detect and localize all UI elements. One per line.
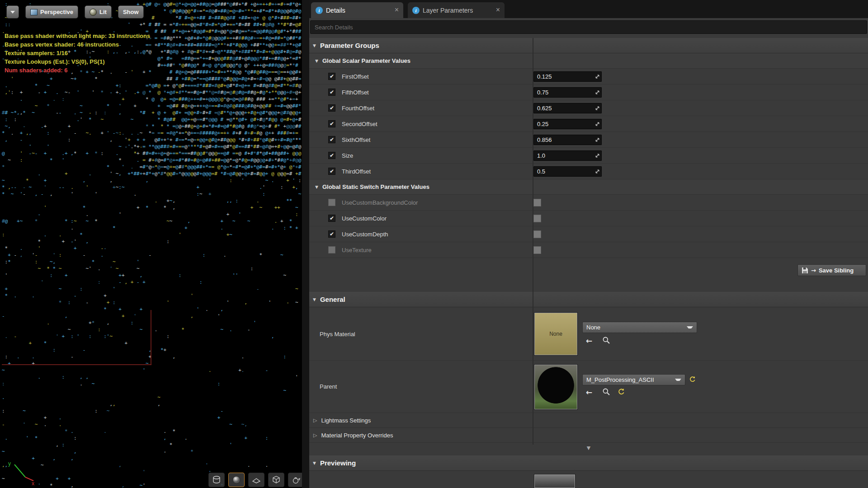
override-checkbox[interactable] bbox=[328, 230, 335, 238]
info-icon: i bbox=[412, 7, 420, 14]
switch-value-checkbox[interactable] bbox=[533, 199, 541, 206]
collapse-arrow-icon bbox=[313, 297, 316, 302]
switch-value-checkbox[interactable] bbox=[533, 246, 541, 254]
cube-icon bbox=[271, 475, 281, 484]
scalar-value-box bbox=[533, 150, 602, 161]
preview-mesh-button[interactable] bbox=[288, 473, 302, 487]
category-parameter-groups[interactable]: Parameter Groups bbox=[309, 38, 868, 53]
override-checkbox[interactable] bbox=[328, 168, 335, 175]
window-splitter[interactable] bbox=[302, 0, 309, 488]
override-checkbox[interactable] bbox=[328, 246, 335, 253]
switch-value-checkbox[interactable] bbox=[533, 215, 541, 222]
preview-cylinder-button[interactable] bbox=[208, 473, 225, 487]
browse-to-asset-icon[interactable] bbox=[602, 388, 610, 396]
collapse-arrow-icon bbox=[313, 461, 316, 465]
override-checkbox[interactable] bbox=[328, 215, 335, 222]
phys-material-thumb-text: None bbox=[549, 331, 562, 337]
scalar-value-box bbox=[533, 166, 602, 177]
override-checkbox[interactable] bbox=[328, 73, 335, 80]
param-name-label: UseCustomBackgroundColor bbox=[342, 199, 418, 206]
viewport-options-button[interactable] bbox=[6, 5, 19, 19]
use-selected-asset-icon[interactable]: ← bbox=[586, 337, 592, 345]
close-icon[interactable] bbox=[490, 7, 500, 14]
parent-material-thumbnail[interactable] bbox=[534, 365, 577, 409]
switch-param-row: UseCustomDepth bbox=[309, 226, 868, 242]
subcategory-title: Global Static Switch Parameter Values bbox=[322, 183, 429, 190]
value-drag-icon[interactable] bbox=[595, 169, 600, 174]
scene-red-vertical-edge bbox=[151, 310, 151, 365]
axis-y-label: y bbox=[8, 460, 11, 467]
override-checkbox[interactable] bbox=[328, 120, 335, 127]
value-drag-icon[interactable] bbox=[595, 153, 600, 158]
category-material-property-overrides[interactable]: Material Property Overrides bbox=[309, 428, 868, 443]
perspective-button[interactable]: Perspective bbox=[25, 5, 78, 19]
category-general[interactable]: General bbox=[309, 292, 868, 307]
parent-row: Parent M_PostProcessing_ASCII ← bbox=[309, 361, 868, 413]
override-checkbox[interactable] bbox=[328, 104, 335, 112]
preview-cube-button[interactable] bbox=[268, 473, 284, 487]
chevron-down-icon bbox=[10, 11, 15, 14]
scalar-value-input[interactable] bbox=[534, 72, 601, 81]
material-preview-viewport[interactable]: : : : + @# @ @ *+@=@@ ##@ @# * * + += + … bbox=[0, 0, 302, 488]
info-icon: i bbox=[316, 7, 323, 14]
phys-material-dropdown[interactable]: None bbox=[582, 322, 697, 333]
name-value-splitter[interactable] bbox=[533, 38, 533, 445]
chevron-down-icon bbox=[587, 445, 590, 451]
tab-layer-parameters[interactable]: i Layer Parameters bbox=[408, 2, 505, 18]
viewport-stats: Base pass shader without light map: 33 i… bbox=[5, 32, 150, 75]
use-selected-asset-icon[interactable]: ← bbox=[586, 389, 592, 396]
stat-line: Texture Lookups (Est.): VS(0), PS(1) bbox=[5, 57, 150, 66]
param-name-label: FifthOffset bbox=[342, 89, 369, 96]
override-checkbox[interactable] bbox=[328, 136, 335, 143]
value-drag-icon[interactable] bbox=[595, 106, 600, 111]
reset-parent-icon[interactable] bbox=[618, 388, 625, 395]
preview-shape-toolbar bbox=[208, 473, 302, 487]
close-icon[interactable] bbox=[388, 7, 399, 14]
scalar-param-row: FirstOffset bbox=[309, 69, 868, 84]
override-checkbox[interactable] bbox=[328, 199, 335, 206]
show-button[interactable]: Show bbox=[118, 5, 144, 19]
parent-label: Parent bbox=[320, 383, 337, 390]
category-title: Previewing bbox=[320, 459, 356, 467]
category-lightmass-settings[interactable]: Lightmass Settings bbox=[309, 413, 868, 428]
switch-value-checkbox[interactable] bbox=[533, 230, 541, 238]
switch-param-row: UseTexture bbox=[309, 242, 868, 258]
view-mode-button[interactable]: Lit bbox=[85, 5, 112, 19]
param-name-label: SixthOffset bbox=[342, 136, 370, 143]
save-sibling-button[interactable]: → Save Sibling bbox=[797, 264, 866, 276]
floppy-disk-icon bbox=[802, 267, 808, 274]
value-drag-icon[interactable] bbox=[595, 90, 600, 95]
value-drag-icon[interactable] bbox=[595, 74, 600, 79]
category-previewing[interactable]: Previewing bbox=[309, 455, 868, 471]
scalar-value-input[interactable] bbox=[534, 151, 601, 160]
browse-to-asset-icon[interactable] bbox=[602, 336, 610, 344]
tab-details[interactable]: i Details bbox=[311, 2, 403, 18]
subcategory-global-scalar[interactable]: Global Scalar Parameter Values bbox=[309, 53, 868, 69]
parent-dropdown[interactable]: M_PostProcessing_ASCII bbox=[582, 374, 685, 385]
lit-label: Lit bbox=[99, 9, 107, 15]
reset-to-default-icon[interactable] bbox=[689, 376, 696, 383]
preview-sphere-button[interactable] bbox=[228, 473, 245, 487]
show-advanced-expander[interactable] bbox=[309, 444, 868, 452]
override-checkbox[interactable] bbox=[328, 152, 335, 159]
viewport-toolbar: Perspective Lit Show bbox=[6, 5, 144, 19]
phys-material-thumbnail[interactable]: None bbox=[534, 313, 577, 355]
scalar-value-input[interactable] bbox=[534, 167, 601, 176]
show-label: Show bbox=[123, 9, 139, 15]
parent-value: M_PostProcessing_ASCII bbox=[586, 376, 654, 383]
value-drag-icon[interactable] bbox=[595, 137, 600, 142]
scalar-value-input[interactable] bbox=[534, 88, 601, 97]
scalar-value-input[interactable] bbox=[534, 119, 601, 129]
search-details-input[interactable] bbox=[311, 21, 867, 33]
scalar-value-box bbox=[533, 119, 602, 129]
sphere-icon bbox=[232, 475, 241, 484]
scalar-value-input[interactable] bbox=[534, 103, 601, 113]
scalar-value-input[interactable] bbox=[534, 135, 601, 145]
value-drag-icon[interactable] bbox=[595, 122, 600, 127]
previewing-thumbnail-partial[interactable] bbox=[534, 474, 575, 488]
subcategory-global-static-switch[interactable]: Global Static Switch Parameter Values bbox=[309, 179, 868, 195]
cylinder-icon bbox=[212, 475, 222, 484]
phys-material-value: None bbox=[586, 324, 600, 331]
override-checkbox[interactable] bbox=[328, 89, 335, 96]
preview-plane-button[interactable] bbox=[248, 473, 264, 487]
